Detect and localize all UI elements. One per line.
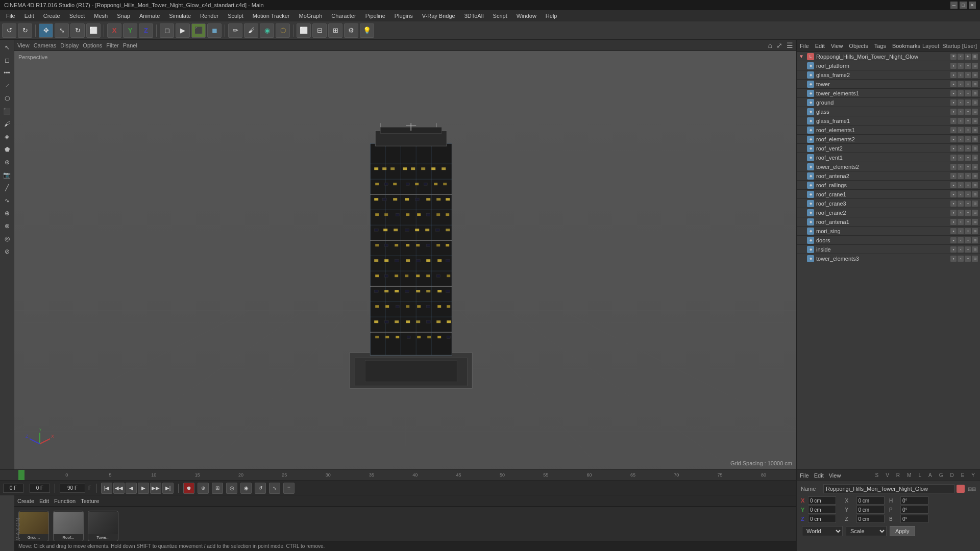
lock-btn-roof_platform[interactable]: ×: [958, 63, 964, 69]
key-param-btn[interactable]: ≡: [283, 483, 295, 494]
lock-btn-roof_vent2[interactable]: ×: [958, 145, 964, 152]
object-name-input[interactable]: [823, 484, 954, 493]
render-btn-roof_vent2[interactable]: ✦: [965, 145, 971, 152]
menu-3dtoall[interactable]: 3DToAll: [460, 12, 488, 20]
render-btn-roof_antena2[interactable]: ✦: [965, 173, 971, 179]
lock-btn-glass_frame1[interactable]: ×: [958, 118, 964, 124]
tool-object[interactable]: ◻: [2, 55, 13, 66]
lock-btn-inside[interactable]: ×: [958, 246, 964, 253]
toolbar-pen[interactable]: ✏: [228, 23, 242, 38]
key-all-btn[interactable]: ⊞: [212, 483, 223, 494]
b-input[interactable]: [900, 515, 928, 523]
menu-simulate[interactable]: Simulate: [165, 12, 195, 20]
key-rot-btn[interactable]: ↺: [255, 483, 266, 494]
tool-texture[interactable]: ⬛: [2, 106, 13, 117]
tool-rig[interactable]: ⊕: [2, 208, 13, 219]
lock-btn-roof_vent1[interactable]: ×: [958, 155, 964, 161]
vis-btn-roof_crane1[interactable]: ●: [950, 191, 957, 197]
render-btn-roof_antena1[interactable]: ✦: [965, 219, 971, 225]
render-btn-ground[interactable]: ✦: [965, 99, 971, 106]
obj-row-child-9[interactable]: ◆ roof_vent2 ● × ✦ ⊞: [797, 144, 980, 153]
obj-vis-btn[interactable]: 👁: [950, 54, 957, 60]
menu-snap[interactable]: Snap: [113, 12, 134, 20]
obj-render-btn[interactable]: ✦: [965, 54, 971, 60]
tag-btn-roof_crane2[interactable]: ⊞: [972, 210, 978, 216]
menu-help[interactable]: Help: [542, 12, 561, 20]
vis-btn-roof_antena2[interactable]: ●: [950, 173, 957, 179]
frame-end-display[interactable]: [60, 484, 85, 493]
vp-menu-panel[interactable]: Panel: [123, 42, 137, 48]
obj-row-child-2[interactable]: ◆ tower ● × ✦ ⊞: [797, 80, 980, 89]
tool-edges[interactable]: ⟋: [2, 80, 13, 91]
menu-select[interactable]: Select: [65, 12, 89, 20]
vis-btn-ground[interactable]: ●: [950, 99, 957, 106]
tag-btn-roof_elements2[interactable]: ⊞: [972, 136, 978, 142]
obj-row-child-21[interactable]: ◆ tower_elements3 ● × ✦ ⊞: [797, 254, 980, 263]
toolbar-rotate[interactable]: ↻: [70, 23, 85, 38]
frame-current-input[interactable]: [30, 484, 50, 493]
play-back-btn[interactable]: ◀◀: [113, 483, 125, 494]
vis-btn-inside[interactable]: ●: [950, 246, 957, 253]
obj-row-child-11[interactable]: ◆ tower_elements2 ● × ✦ ⊞: [797, 162, 980, 171]
record-btn[interactable]: ⏺: [183, 483, 194, 494]
vp-menu-cameras[interactable]: Cameras: [34, 42, 57, 48]
tag-btn-roof_elements1[interactable]: ⊞: [972, 127, 978, 133]
lock-btn-roof_elements1[interactable]: ×: [958, 127, 964, 133]
tool-deformer[interactable]: ⊛: [2, 157, 13, 168]
window-controls[interactable]: ─ □ ✕: [950, 2, 976, 9]
tool-paint[interactable]: ◈: [2, 131, 13, 142]
mat-function[interactable]: Function: [54, 498, 76, 504]
play-to-end-btn[interactable]: ▶|: [162, 483, 174, 494]
toolbar-z-axis[interactable]: Z: [139, 23, 153, 38]
render-btn-roof_crane3[interactable]: ✦: [965, 201, 971, 207]
lock-btn-roof_railings[interactable]: ×: [958, 182, 964, 188]
obj-row-child-0[interactable]: ◆ roof_platform ● × ✦ ⊞: [797, 61, 980, 70]
play-btn[interactable]: ▶: [138, 483, 149, 494]
obj-menu-file[interactable]: File: [800, 43, 809, 49]
menu-motion-tracker[interactable]: Motion Tracker: [249, 12, 294, 20]
z-size-input[interactable]: [856, 515, 885, 523]
lock-btn-tower_elements3[interactable]: ×: [958, 256, 964, 262]
tag-btn-roof_vent1[interactable]: ⊞: [972, 155, 978, 161]
menu-sculpt[interactable]: Sculpt: [224, 12, 248, 20]
render-btn-roof_crane1[interactable]: ✦: [965, 191, 971, 197]
y-size-input[interactable]: [856, 506, 885, 514]
vis-btn-roof_crane3[interactable]: ●: [950, 201, 957, 207]
vis-btn-glass_frame1[interactable]: ●: [950, 118, 957, 124]
obj-row-child-5[interactable]: ◆ glass ● × ✦ ⊞: [797, 107, 980, 116]
tool-spline2[interactable]: ∿: [2, 195, 13, 206]
maximize-button[interactable]: □: [960, 2, 967, 9]
obj-row-child-19[interactable]: ◆ doors ● × ✦ ⊞: [797, 236, 980, 245]
vp-menu-view[interactable]: View: [17, 42, 30, 48]
toolbar-grid[interactable]: ⊞: [328, 23, 342, 38]
obj-row-child-13[interactable]: ◆ roof_railings ● × ✦ ⊞: [797, 181, 980, 190]
mat-texture[interactable]: Texture: [81, 498, 99, 504]
material-swatch-roof[interactable]: Roof...: [53, 511, 84, 541]
mat-create[interactable]: Create: [17, 498, 34, 504]
play-to-start-btn[interactable]: |◀: [101, 483, 112, 494]
obj-row-child-17[interactable]: ◆ roof_antena1 ● × ✦ ⊞: [797, 217, 980, 227]
key-sel-btn[interactable]: ◎: [226, 483, 237, 494]
lock-btn-tower_elements1[interactable]: ×: [958, 90, 964, 96]
obj-row-child-20[interactable]: ◆ inside ● × ✦ ⊞: [797, 245, 980, 254]
key-scale-btn[interactable]: ⤡: [269, 483, 280, 494]
world-dropdown[interactable]: World Object: [802, 526, 843, 536]
apply-button[interactable]: Apply: [890, 526, 915, 536]
tag-btn-tower_elements3[interactable]: ⊞: [972, 256, 978, 262]
vis-btn-tower_elements2[interactable]: ●: [950, 164, 957, 170]
tool-pose[interactable]: ⊘: [2, 246, 13, 257]
vis-btn-roof_crane2[interactable]: ●: [950, 210, 957, 216]
frame-start-input[interactable]: [3, 484, 23, 493]
tool-material[interactable]: ⬟: [2, 144, 13, 155]
tag-btn-glass[interactable]: ⊞: [972, 109, 978, 115]
menu-animate[interactable]: Animate: [135, 12, 164, 20]
vis-btn-roof_antena1[interactable]: ●: [950, 219, 957, 225]
menu-mograph[interactable]: MoGraph: [295, 12, 326, 20]
play-next-btn[interactable]: ▶▶: [150, 483, 161, 494]
lock-btn-tower_elements2[interactable]: ×: [958, 164, 964, 170]
vis-btn-glass[interactable]: ●: [950, 109, 957, 115]
lock-btn-ground[interactable]: ×: [958, 99, 964, 106]
render-btn-roof_platform[interactable]: ✦: [965, 63, 971, 69]
timeline-playhead[interactable]: [18, 470, 24, 480]
render-btn-tower_elements2[interactable]: ✦: [965, 164, 971, 170]
